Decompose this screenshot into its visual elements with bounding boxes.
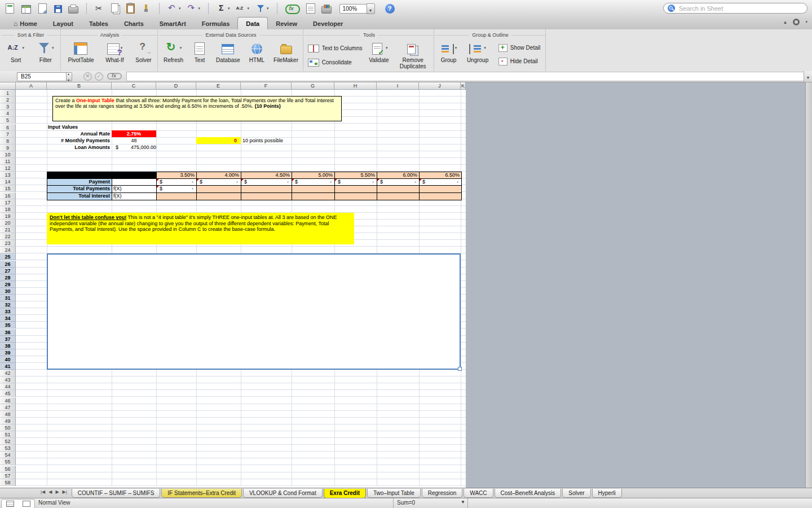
gear-icon[interactable] [793,19,800,25]
row-header-46[interactable]: 46 [0,397,16,404]
row-header-51[interactable]: 51 [0,431,16,438]
row-header-14[interactable]: 14 [0,178,16,185]
normal-view-icon[interactable] [6,501,14,507]
row-label-cell[interactable]: Total Payments [47,186,112,192]
print-preview-button[interactable] [321,2,332,15]
rate-header-cell[interactable]: 3.50% [157,172,197,179]
ribbon-button-text[interactable]: Text [192,40,207,63]
row-header-17[interactable]: 17 [0,199,16,206]
last-sheet-icon[interactable]: ▶| [63,489,67,494]
accept-icon[interactable]: ✓ [95,72,103,81]
formula-input[interactable] [126,72,804,81]
row-header-15[interactable]: 15 [0,185,16,192]
ribbon-button-sort[interactable]: ▾Sort [7,40,24,63]
rate-header-cell[interactable]: 6.00% [377,172,420,179]
table-corner-cell[interactable] [47,172,157,179]
value-cell[interactable] [292,186,335,192]
selected-work-area-box[interactable] [47,253,461,370]
row-header-31[interactable]: 31 [0,295,16,301]
show-formulas-button[interactable] [306,2,315,15]
dropdown-arrow-icon[interactable]: ▾ [386,46,388,50]
annual-rate-cell[interactable]: 2.75% [112,130,156,137]
row-header-25[interactable]: 25 [0,253,16,260]
row-header-49[interactable]: 49 [0,418,16,424]
tab-formulas[interactable]: Formulas [194,17,238,29]
row-header-19[interactable]: 19 [0,213,16,220]
row-header-30[interactable]: 30 [0,288,16,295]
rate-header-cell[interactable]: 5.00% [292,172,335,179]
sheet-tab-regression[interactable]: Regression [422,489,463,498]
select-all-corner[interactable] [0,82,16,90]
column-header-c[interactable]: C [112,82,156,90]
input-values-title[interactable]: Input Values [48,124,78,130]
sort-az-button[interactable]: ▾ [236,2,250,15]
formula-bar-dropdown-icon[interactable] [804,71,812,82]
column-header-e[interactable]: E [196,82,241,90]
row-header-47[interactable]: 47 [0,404,16,411]
rate-header-cell[interactable]: 6.50% [420,172,461,179]
tab-data[interactable]: Data [237,17,268,29]
cancel-icon[interactable]: ✕ [83,72,92,81]
row-header-26[interactable]: 26 [0,261,16,268]
tab-charts[interactable]: Charts [116,17,152,29]
row-header-57[interactable]: 57 [0,472,16,479]
row-header-37[interactable]: 37 [0,336,16,343]
dropdown-arrow-icon[interactable]: ▾ [198,6,201,11]
points-possible-label[interactable]: 10 points possible [242,137,283,144]
row-header-42[interactable]: 42 [0,370,16,376]
column-header-g[interactable]: G [292,82,334,90]
monthly-payments-label[interactable]: # Monthly Payments [47,137,110,144]
name-box-stepper[interactable] [66,72,72,81]
search-box[interactable] [663,3,807,14]
formula-builder-icon[interactable] [107,73,122,80]
row-header-6[interactable]: 6 [0,124,16,131]
fx-cell[interactable]: f(X) [112,186,157,192]
value-cell[interactable] [292,193,335,200]
collapse-ribbon-icon[interactable]: ▲ [783,20,788,25]
column-header-h[interactable]: H [334,82,377,90]
resize-handle[interactable] [458,367,462,371]
copy-button[interactable] [111,2,120,15]
row-header-33[interactable]: 33 [0,308,16,315]
value-cell[interactable]: $- [197,179,241,186]
row-header-39[interactable]: 39 [0,349,16,356]
value-cell[interactable] [377,193,420,200]
sheet-tab-hyperli[interactable]: Hyperli [592,489,622,498]
value-cell[interactable] [377,186,420,192]
row-header-10[interactable]: 10 [0,151,16,158]
rate-header-cell[interactable]: 4.00% [197,172,241,179]
row-header-58[interactable]: 58 [0,479,16,486]
row-label-cell[interactable]: Payment [47,179,112,186]
value-cell[interactable] [420,193,461,200]
new-workbook-button[interactable] [5,2,15,15]
row-header-3[interactable]: 3 [0,103,16,110]
sheet-tab-if-statements-extra-credit[interactable]: IF Statements–Extra Credit [161,489,242,498]
note-text-box[interactable]: Don't let this table confuse you! This i… [47,213,354,244]
column-header-d[interactable]: D [156,82,196,90]
row-header-56[interactable]: 56 [0,466,16,472]
sheet-tab-wacc[interactable]: WACC [464,489,493,498]
ribbon-button-ungroup[interactable]: ▾Ungroup [467,40,488,63]
ribbon-button-pivottable[interactable]: PivotTable [68,40,94,63]
sum-dropdown-icon[interactable]: ▼ [461,500,465,505]
row-header-41[interactable]: 41 [0,363,16,370]
dropdown-arrow-icon[interactable]: ▾ [267,6,269,11]
ribbon-button-filter[interactable]: ▾Filter [37,40,54,63]
tab-review[interactable]: Review [268,17,305,29]
row-header-29[interactable]: 29 [0,281,16,288]
autosum-button[interactable]: ▾ [217,2,230,15]
column-header-j[interactable]: J [419,82,461,90]
formula-builder-button[interactable] [285,2,300,15]
row-header-44[interactable]: 44 [0,383,16,390]
tab-developer[interactable]: Developer [305,17,351,29]
row-header-22[interactable]: 22 [0,233,16,240]
sheet-tab-solver[interactable]: Solver [562,489,590,498]
sheet-tab-vlookup-cond-format[interactable]: VLOOKUP & Cond Format [243,489,323,498]
ribbon-button-text-to-columns[interactable]: Text to Columns [308,43,363,52]
dropdown-arrow-icon[interactable]: ▾ [484,46,486,50]
row-header-28[interactable]: 28 [0,274,16,281]
row-header-45[interactable]: 45 [0,390,16,397]
value-cell[interactable]: $- [377,179,420,186]
row-header-50[interactable]: 50 [0,424,16,431]
column-header-k[interactable]: K [461,82,466,90]
